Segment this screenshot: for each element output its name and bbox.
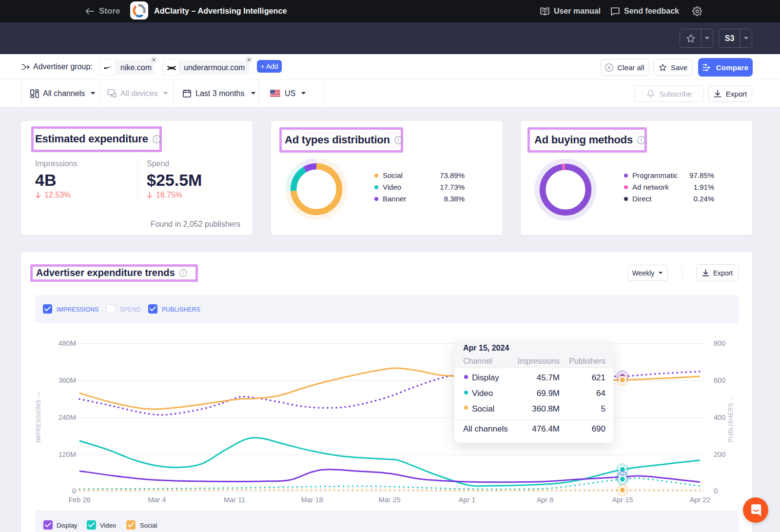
svg-text:200: 200 bbox=[714, 451, 725, 458]
svg-text:Apr 22: Apr 22 bbox=[690, 496, 711, 504]
svg-text:240M: 240M bbox=[58, 414, 76, 421]
svg-text:PUBLISHERS …: PUBLISHERS … bbox=[727, 394, 734, 442]
svg-text:360M: 360M bbox=[58, 376, 76, 384]
svg-text:120M: 120M bbox=[58, 451, 76, 458]
svg-text:600: 600 bbox=[714, 376, 725, 384]
svg-text:Mar 18: Mar 18 bbox=[301, 496, 323, 504]
svg-text:800: 800 bbox=[714, 339, 725, 347]
svg-text:Mar 11: Mar 11 bbox=[224, 496, 245, 504]
svg-text:480M: 480M bbox=[58, 339, 76, 347]
svg-text:Apr 15: Apr 15 bbox=[612, 496, 633, 504]
svg-text:0: 0 bbox=[714, 487, 718, 495]
svg-text:Feb 26: Feb 26 bbox=[68, 496, 90, 504]
svg-text:0: 0 bbox=[72, 487, 76, 495]
svg-text:IMPRESSIONS —: IMPRESSIONS — bbox=[35, 391, 42, 442]
svg-text:Mar 25: Mar 25 bbox=[378, 496, 400, 504]
svg-text:400: 400 bbox=[714, 414, 725, 421]
svg-text:Apr 8: Apr 8 bbox=[537, 496, 554, 504]
svg-text:Mar 4: Mar 4 bbox=[148, 496, 166, 504]
svg-text:Apr 1: Apr 1 bbox=[459, 496, 476, 504]
